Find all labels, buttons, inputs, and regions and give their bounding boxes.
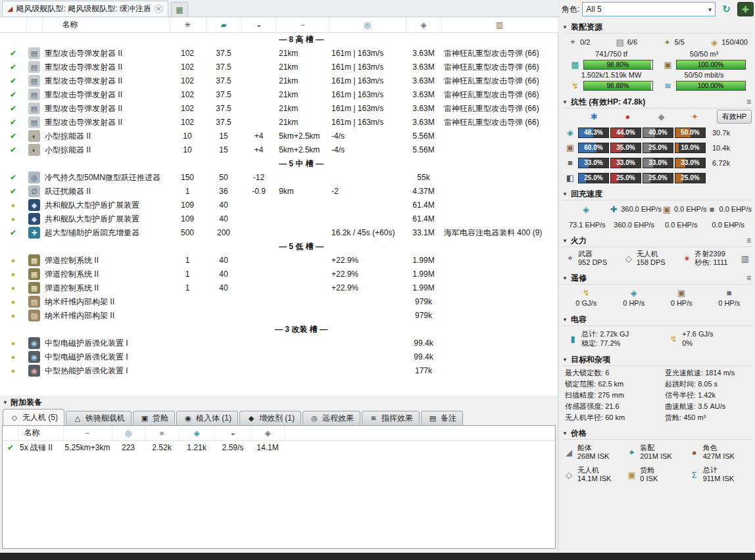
- character-editor-button[interactable]: ✚: [737, 2, 754, 16]
- tab-cargo[interactable]: ▣货舱: [133, 411, 175, 425]
- drone-active-icon[interactable]: ✔: [7, 443, 14, 452]
- ehp-button[interactable]: 有效HP: [717, 110, 752, 124]
- module-row[interactable]: ●◉中型电磁护盾强化装置 I99.4k: [0, 350, 558, 364]
- tab-remote-effects[interactable]: ◎远程效果: [303, 411, 360, 425]
- module-icon-cell: ◉: [26, 337, 42, 350]
- drone-column-name[interactable]: 名称: [18, 426, 63, 440]
- module-icon-cell: ◐: [26, 143, 42, 157]
- column-misc[interactable]: ◎: [329, 18, 406, 32]
- tab-implant[interactable]: ◉植入体 (1): [176, 411, 238, 425]
- tab-booster-pill[interactable]: ◆增效剂 (1): [239, 411, 301, 425]
- module-row[interactable]: ✔∅跃迁扰频器 II136-0.99km-24.37M: [0, 185, 558, 198]
- module-offline-icon[interactable]: ●: [11, 312, 16, 319]
- drone-column-hp[interactable]: ◈: [179, 426, 214, 440]
- module-offline-icon[interactable]: ●: [11, 270, 16, 278]
- module-row[interactable]: ●◉中型热能护盾强化装置 I177k: [0, 364, 558, 378]
- drone-column-range[interactable]: −: [63, 426, 112, 440]
- tab-command-effects[interactable]: ≋指挥效果: [362, 411, 420, 425]
- module-row[interactable]: ✔◐小型掠能器 II1015+45km+2.5km-4/s5.56M: [0, 143, 558, 157]
- module-row[interactable]: ✔▤重型攻击导弹发射器 II10237.521km161m | 163m/s3.…: [0, 116, 558, 129]
- character-dropdown[interactable]: All 5 ▾: [582, 2, 716, 16]
- module-name: 弹道控制系统 II: [42, 281, 169, 295]
- resistances-header[interactable]: ▼ 抗性 (有效HP: 47.8k) ≡: [562, 96, 753, 108]
- module-row[interactable]: ●◉中型电磁护盾强化装置 I99.4k: [0, 337, 558, 350]
- module-offline-icon[interactable]: ●: [11, 353, 16, 361]
- firepower-header[interactable]: ▼ 火力 ≡: [562, 235, 753, 247]
- module-active-icon[interactable]: ✔: [10, 118, 16, 127]
- capacitor-header[interactable]: ▼ 电容: [562, 314, 753, 326]
- module-offline-icon[interactable]: ●: [11, 215, 16, 223]
- module-offline-icon[interactable]: ●: [11, 339, 16, 347]
- module-offline-icon[interactable]: ●: [11, 284, 16, 292]
- remote-reps-header[interactable]: ▼ 遥修 ≡: [562, 272, 753, 285]
- column-cpu[interactable]: ✳: [169, 18, 206, 32]
- module-row[interactable]: ✔▤重型攻击导弹发射器 II10237.521km161m | 163m/s3.…: [0, 102, 558, 116]
- resources-header[interactable]: ▼ 装配资源: [562, 21, 753, 34]
- module-row[interactable]: ●▨纳米纤维内部构架 II979k: [0, 295, 558, 309]
- tab-notes[interactable]: ▤备注: [421, 411, 463, 425]
- module-row[interactable]: ✔◎冷气持久型50MN微型跃迁推进器15050-1255k: [0, 171, 558, 185]
- damage-profile-icon[interactable]: ▥: [740, 253, 750, 264]
- module-active-icon[interactable]: ✔: [10, 173, 16, 182]
- module-row[interactable]: ●▦弹道控制系统 II140+22.9%1.99M: [0, 268, 558, 281]
- module-offline-icon[interactable]: ●: [11, 367, 16, 375]
- column-capacitor[interactable]: ◒: [241, 18, 276, 32]
- module-row[interactable]: ✔▤重型攻击导弹发射器 II10237.521km161m | 163m/s3.…: [0, 47, 558, 60]
- column-name[interactable]: 名称: [42, 18, 169, 32]
- close-tab-icon[interactable]: ✕: [155, 5, 163, 13]
- additions-header[interactable]: ▼ 附加装备: [0, 396, 558, 409]
- tab-drone[interactable]: ◇无人机 (5): [3, 409, 64, 425]
- fit-tab[interactable]: ◢ 飓风级舰队型: 飓风级舰队型: 缓冲注盾 ✕: [2, 1, 168, 16]
- module-row[interactable]: ●▨纳米纤维内部构架 II979k: [0, 309, 558, 323]
- module-offline-icon[interactable]: ●: [11, 256, 16, 264]
- module-active-icon[interactable]: ✔: [10, 131, 16, 141]
- module-active-icon[interactable]: ✔: [10, 49, 16, 58]
- module-active-icon[interactable]: ✔: [10, 228, 16, 237]
- column-state[interactable]: [0, 18, 26, 32]
- module-active-icon[interactable]: ✔: [10, 76, 16, 85]
- module-active-icon[interactable]: ✔: [10, 62, 16, 72]
- misc-stat-value: 21.6: [605, 402, 619, 410]
- new-tab-button[interactable]: ▦: [171, 2, 188, 16]
- targeting-header[interactable]: ▼ 目标和杂项: [562, 354, 753, 366]
- module-offline-icon[interactable]: ●: [11, 201, 16, 209]
- module-active-icon[interactable]: ✔: [10, 187, 16, 196]
- column-price[interactable]: ◈: [406, 18, 441, 32]
- drone-column-optimal[interactable]: ◎: [112, 426, 145, 440]
- recharge-row1: ◈✚360.0 EHP/s▣0.0 EHP/s■0.0 EHP/s: [562, 200, 753, 218]
- drone-column-price[interactable]: ◈: [251, 426, 284, 440]
- column-range[interactable]: −: [276, 18, 329, 32]
- tab-fighter[interactable]: △铁骑舰载机: [66, 411, 132, 425]
- menu-icon[interactable]: ≡: [746, 273, 751, 283]
- module-row[interactable]: ●▦弹道控制系统 II140+22.9%1.99M: [0, 281, 558, 295]
- module-row[interactable]: ✔✚超大型辅助护盾回充增量器50020016.2k / 45s (+60s)33…: [0, 226, 558, 240]
- module-row[interactable]: ●▦弹道控制系统 II140+22.9%1.99M: [0, 254, 558, 268]
- module-row[interactable]: ✔▤重型攻击导弹发射器 II10237.521km161m | 163m/s3.…: [0, 74, 558, 88]
- module-active-icon[interactable]: ✔: [10, 90, 16, 99]
- module-row[interactable]: ✔▤重型攻击导弹发射器 II10237.521km161m | 163m/s3.…: [0, 88, 558, 102]
- module-row[interactable]: ●◆共和舰队大型护盾扩展装置1094061.4M: [0, 198, 558, 212]
- column-module-icon[interactable]: [26, 18, 42, 32]
- module-row[interactable]: ●◆共和舰队大型护盾扩展装置1094061.4M: [0, 212, 558, 226]
- module-state-cell: ✔: [0, 143, 26, 157]
- drone-column-rate[interactable]: ◒: [214, 426, 251, 440]
- module-row[interactable]: ✔▤重型攻击导弹发射器 II10237.521km161m | 163m/s3.…: [0, 60, 558, 74]
- module-active-icon[interactable]: ✔: [10, 145, 16, 154]
- module-row[interactable]: ✔◐小型掠能器 II1015+45km+2.5km-4/s5.56M: [0, 129, 558, 143]
- column-powergrid[interactable]: ▰: [206, 18, 241, 32]
- capacitor-delta-group: ↯ +7.6 GJ/s 0%: [668, 329, 713, 348]
- module-range: 21km: [276, 47, 329, 60]
- column-ammo[interactable]: ▥: [441, 18, 558, 32]
- refresh-character-button[interactable]: ↻: [718, 2, 735, 16]
- module-active-icon[interactable]: ✔: [10, 104, 16, 113]
- module-offline-icon[interactable]: ●: [11, 298, 16, 306]
- menu-icon[interactable]: ≡: [746, 97, 751, 106]
- drone-column-state[interactable]: [3, 426, 18, 440]
- price-header[interactable]: ▼ 价格: [562, 427, 753, 440]
- drone-row[interactable]: ✔5x 战锤 II5.25km+3km2232.52k1.21k2.59/s14…: [3, 440, 555, 455]
- menu-icon[interactable]: ≡: [746, 236, 751, 245]
- module-cap-use: [241, 254, 276, 268]
- drone-column-speed[interactable]: »: [145, 426, 179, 440]
- module-cap-use: [241, 226, 276, 240]
- recharge-header[interactable]: ▼ 回充速度: [562, 188, 753, 200]
